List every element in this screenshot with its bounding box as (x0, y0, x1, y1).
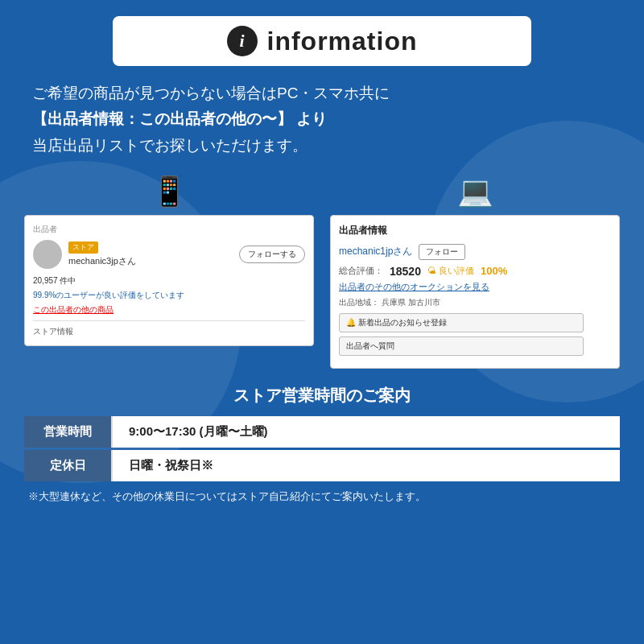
store-hours-title: ストア営業時間のご案内 (24, 385, 620, 407)
main-text-line1: ご希望の商品が見つからない場合はPC・スマホ共に (32, 80, 612, 106)
info-icon: i (227, 26, 258, 56)
hours-value-closed: 日曜・祝祭日※ (113, 450, 620, 481)
pc-good-label: 🌤 良い評価 (427, 265, 474, 277)
info-title: information (267, 27, 418, 56)
hours-row-business: 営業時間 9:00〜17:30 (月曜〜土曜) (24, 416, 620, 448)
pc-notify-button[interactable]: 🔔 新着出品のお知らせ登録 (339, 313, 584, 332)
avatar (33, 240, 62, 269)
pc-seller-row: mechanic1jpさん フォロー (339, 244, 611, 260)
footer-note: ※大型連休など、その他の休業日についてはストア自己紹介にてご案内いたします。 (24, 489, 620, 504)
pc-location-label: 出品地域： (339, 298, 379, 307)
hours-label-closed: 定休日 (24, 450, 113, 481)
pc-good-pct: 100% (481, 265, 507, 277)
main-instruction: ご希望の商品が見つからない場合はPC・スマホ共に 【出品者情報：この出品者の他の… (24, 80, 620, 159)
main-text-line2: 【出品者情報：この出品者の他の〜】 より (32, 106, 612, 132)
mobile-follow-button[interactable]: フォローする (239, 246, 305, 263)
mobile-other-items-link[interactable]: この出品者の他の商品 (33, 304, 305, 316)
pc-location: 出品地域： 兵庫県 加古川市 (339, 297, 611, 308)
pc-section-title: 出品者情報 (339, 224, 611, 237)
main-container: i information ご希望の商品が見つからない場合はPC・スマホ共に 【… (0, 0, 644, 644)
hours-label-business: 営業時間 (24, 416, 113, 448)
mobile-count: 20,957 件中 (33, 275, 305, 287)
pc-follow-button[interactable]: フォロー (419, 244, 465, 260)
info-header-box: i information (113, 16, 531, 66)
store-badge: ストア (68, 242, 98, 254)
pc-rating-num: 18520 (390, 265, 421, 278)
mobile-mockup: 出品者 ストア mechanic3jpさん フォローする 20,957 件中 9… (24, 215, 314, 346)
mobile-seller-info: ストア mechanic3jpさん (68, 242, 136, 267)
hours-row-closed: 定休日 日曜・祝祭日※ (24, 450, 620, 481)
pc-question-button[interactable]: 出品者へ質問 (339, 336, 584, 356)
pc-auction-link[interactable]: 出品者のその他のオークションを見る (339, 281, 611, 293)
computer-icon: 💻 (457, 175, 493, 208)
smartphone-icon: 📱 (151, 175, 188, 208)
mobile-good-pct: 99.9%のユーザーが良い評価をしています (33, 290, 305, 301)
pc-mockup: 出品者情報 mechanic1jpさん フォロー 総合評価： 18520 🌤 良… (330, 215, 620, 369)
main-text-line3: 当店出品リストでお探しいただけます。 (32, 133, 612, 159)
pc-rating-label: 総合評価： (339, 265, 383, 277)
pc-rating-row: 総合評価： 18520 🌤 良い評価 100% (339, 265, 611, 278)
mobile-seller-name: mechanic3jpさん (68, 255, 136, 267)
mobile-screenshot-wrapper: 📱 出品者 ストア mechanic3jpさん フォローする 20,957 件中… (24, 175, 314, 346)
mobile-store-info: ストア情報 (33, 320, 305, 337)
mobile-profile-row: ストア mechanic3jpさん フォローする (33, 240, 305, 269)
hours-value-business: 9:00〜17:30 (月曜〜土曜) (113, 416, 620, 448)
pc-seller-name: mechanic1jpさん (339, 245, 412, 258)
store-hours-table: 営業時間 9:00〜17:30 (月曜〜土曜) 定休日 日曜・祝祭日※ (24, 416, 620, 481)
main-text-line2-text: 【出品者情報：この出品者の他の〜】 より (32, 110, 327, 127)
pc-location-value: 兵庫県 加古川市 (382, 298, 440, 307)
screenshots-row: 📱 出品者 ストア mechanic3jpさん フォローする 20,957 件中… (24, 175, 620, 369)
pc-screenshot-wrapper: 💻 出品者情報 mechanic1jpさん フォロー 総合評価： 18520 🌤… (330, 175, 620, 369)
mobile-section-label: 出品者 (33, 224, 305, 235)
